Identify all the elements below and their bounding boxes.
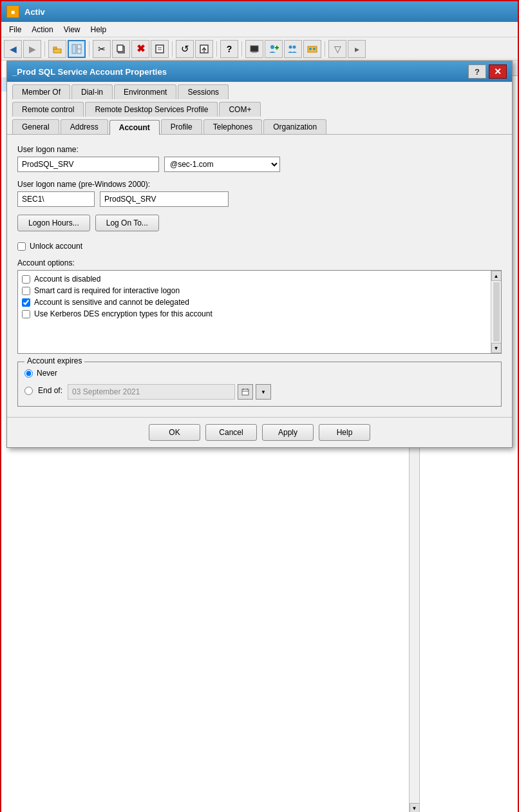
expires-never-radio[interactable] [24,369,33,378]
tabs-row1: Member Of Dial-in Environment Sessions [7,82,512,99]
help-button[interactable]: Help [319,424,370,441]
tab-member-of[interactable]: Member Of [12,84,70,99]
option-kerberos-label: Use Kerberos DES encryption types for th… [34,309,212,318]
group-button[interactable] [303,40,321,58]
properties-dialog: _Prod SQL Service Account Properties ? ✕… [6,61,513,448]
separator-6 [325,41,325,57]
separator-5 [241,41,242,57]
date-dropdown-button[interactable]: ▼ [256,384,271,400]
account-options-group: Account options: Account is disabled Sma… [17,258,502,354]
options-scroll-down[interactable]: ▼ [491,343,502,353]
svg-point-20 [309,48,312,50]
export-button[interactable] [195,40,213,58]
date-input-container: ▼ [68,384,271,400]
tabs-row1-container: Member Of Dial-in Environment Sessions R… [7,82,512,135]
tab-remote-control[interactable]: Remote control [12,102,84,117]
pre2000-label: User logon name (pre-Windows 2000): [17,180,502,189]
pre2000-domain-input[interactable] [17,191,95,207]
unlock-checkbox[interactable] [17,242,26,251]
help-toolbar-button[interactable]: ? [220,40,238,58]
tab-telephones[interactable]: Telephones [203,119,262,134]
menu-action[interactable]: Action [26,24,58,35]
dialog-close-button[interactable]: ✕ [489,64,507,79]
refresh-button[interactable]: ↺ [176,40,194,58]
option-disabled-checkbox[interactable] [22,275,30,284]
logon-name-input-row: @sec-1.com [17,157,502,172]
expires-never-row: Never [24,369,495,378]
apply-button[interactable]: Apply [262,424,314,441]
ok-button[interactable]: OK [149,424,200,441]
expires-date-input[interactable] [68,384,235,400]
expires-legend: Account expires [24,356,84,365]
separator-3 [172,41,173,57]
tab-address[interactable]: Address [61,119,108,134]
forward-button[interactable]: ▶ [23,40,41,58]
tab-account[interactable]: Account [109,120,160,135]
tab-sessions[interactable]: Sessions [178,84,229,99]
logon-hours-button[interactable]: Logon Hours... [17,215,90,231]
logon-name-label: User logon name: [17,145,502,154]
new-user-button[interactable] [265,40,283,58]
account-options-box: Account is disabled Smart card is requir… [17,270,502,354]
menu-file[interactable]: File [4,24,26,35]
tab-remote-desktop[interactable]: Remote Desktop Services Profile [85,102,218,117]
tab-profile[interactable]: Profile [161,119,202,134]
dialog-title: _Prod SQL Service Account Properties [12,67,466,77]
svg-rect-12 [250,46,258,52]
option-smartcard-checkbox[interactable] [22,287,30,295]
tab-organization[interactable]: Organization [263,119,326,134]
pre2000-username-input[interactable] [100,191,229,207]
logon-to-button[interactable]: Log On To... [95,215,159,231]
unlock-label: Unlock account [30,242,82,251]
svg-point-18 [293,45,296,48]
date-picker-button[interactable] [238,384,253,400]
dialog-help-button[interactable]: ? [468,64,486,79]
up-button[interactable] [48,40,66,58]
menu-view[interactable]: View [59,24,86,35]
more-button[interactable]: ▸ [348,40,366,58]
tab-general[interactable]: General [12,119,59,134]
tab-dial-in[interactable]: Dial-in [71,84,113,99]
dialog-footer: OK Cancel Apply Help [7,417,512,447]
back-button[interactable]: ◀ [4,40,22,58]
app-icon: ■ [6,5,19,18]
pre2000-input-row [17,191,502,207]
option-smartcard-label: Smart card is required for interactive l… [34,286,180,295]
expires-endof-row: End of: ▼ [24,382,495,400]
tab-com-plus[interactable]: COM+ [219,102,261,117]
options-scroll-up[interactable]: ▲ [491,271,502,281]
scroll-down[interactable]: ▼ [410,803,420,812]
show-hide-button[interactable] [68,40,86,58]
option-sensitive-checkbox[interactable] [22,298,30,307]
expires-endof-radio[interactable] [24,387,33,395]
new-group-button[interactable] [284,40,302,58]
option-sensitive: Account is sensitive and cannot be deleg… [22,298,497,307]
unlock-account-row: Unlock account [17,242,502,251]
logon-name-group: User logon name: @sec-1.com [17,145,502,172]
main-area: ▶ Technical Team ▼ Service Accounts ▶ [1,61,518,812]
logon-name-input[interactable] [17,157,159,172]
option-kerberos-checkbox[interactable] [22,310,30,318]
tab-environment[interactable]: Environment [114,84,176,99]
menu-bar: File Action View Help [1,22,518,37]
copy-button[interactable] [112,40,130,58]
expires-never-label: Never [37,369,57,378]
options-scrollbar: ▲ ▼ [491,271,501,353]
svg-point-14 [270,45,274,49]
filter-button[interactable]: ▽ [328,40,346,58]
domain-select[interactable]: @sec-1.com [164,157,280,172]
delete-button[interactable]: ✖ [131,40,149,58]
tabs-row2: Remote control Remote Desktop Services P… [7,99,512,117]
option-kerberos: Use Kerberos DES encryption types for th… [22,309,497,318]
cancel-button[interactable]: Cancel [205,424,257,441]
option-disabled: Account is disabled [22,275,497,284]
properties-button[interactable] [151,40,169,58]
cut-button[interactable]: ✂ [93,40,111,58]
svg-rect-0 [53,49,61,53]
menu-help[interactable]: Help [86,24,112,35]
account-expires-box: Account expires Never End of: ▼ [17,362,502,407]
option-sensitive-label: Account is sensitive and cannot be deleg… [34,298,189,307]
tabs-row3: General Address Account Profile Telephon… [7,117,512,134]
console-button[interactable] [245,40,263,58]
svg-rect-2 [72,44,76,53]
